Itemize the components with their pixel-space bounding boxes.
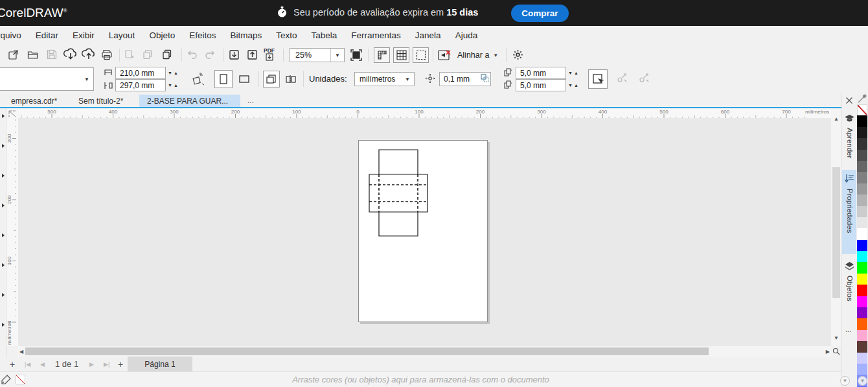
menu-ferramentas[interactable]: Ferramentas xyxy=(344,26,408,45)
menu-arquivo[interactable]: Arquivo xyxy=(0,26,29,45)
box-dieline-drawing[interactable] xyxy=(18,118,831,346)
eyedropper-icon[interactable] xyxy=(858,94,867,103)
nudge-field[interactable]: 0,1 mm xyxy=(439,72,491,86)
tool-flyout-arrow[interactable] xyxy=(2,233,5,237)
scroll-down-icon[interactable]: ▼ xyxy=(834,335,839,341)
snap-off-icon[interactable] xyxy=(438,49,452,62)
no-color-swatch[interactable] xyxy=(857,104,867,115)
docker-tab-objetos[interactable]: Objetos xyxy=(842,258,857,316)
horizontal-scrollbar-thumb[interactable] xyxy=(25,347,709,355)
color-swatch[interactable] xyxy=(857,217,867,228)
scroll-right-icon[interactable]: ▶ xyxy=(826,349,830,355)
color-swatch[interactable] xyxy=(857,206,867,217)
color-swatch[interactable] xyxy=(857,150,867,161)
width-spinner[interactable]: ▼▲ xyxy=(168,71,179,75)
chevron-down-icon[interactable]: ▼ xyxy=(401,73,414,86)
color-swatch[interactable] xyxy=(857,274,867,285)
document-tab[interactable]: Sem título-2* xyxy=(71,95,136,107)
paste-icon[interactable] xyxy=(162,49,172,60)
last-page-button[interactable]: ▶| xyxy=(104,357,109,371)
tool-flyout-arrow[interactable] xyxy=(2,204,5,207)
height-spinner[interactable]: ▼▲ xyxy=(168,83,179,88)
document-tab[interactable]: 2-BASE PARA GUAR... xyxy=(139,95,240,107)
color-swatch[interactable] xyxy=(857,172,867,183)
duplicate-x-spinner[interactable]: ▼▲ xyxy=(568,71,580,75)
page-height-field[interactable]: 297,0 mm xyxy=(115,79,166,91)
color-swatch[interactable] xyxy=(857,307,867,318)
docker-more-button[interactable]: ... xyxy=(845,325,851,333)
color-swatch[interactable] xyxy=(857,183,867,194)
redo-icon[interactable] xyxy=(205,49,216,60)
duplicate-x-field[interactable]: 5,0 mm xyxy=(516,67,566,79)
toolbox-strip[interactable] xyxy=(0,108,6,357)
menu-tabela[interactable]: Tabela xyxy=(304,26,345,45)
buy-button[interactable]: Comprar xyxy=(511,5,569,22)
chevron-down-icon[interactable]: ▼ xyxy=(330,49,344,62)
align-to-dropdown[interactable]: Alinhar a▼ xyxy=(457,49,498,62)
menu-exibir[interactable]: Exibir xyxy=(65,26,102,45)
show-guidelines-toggle[interactable] xyxy=(413,47,429,63)
color-swatch[interactable] xyxy=(857,240,867,251)
export-icon[interactable] xyxy=(247,49,258,60)
scale-stroke-icon[interactable] xyxy=(617,73,628,84)
color-swatch[interactable] xyxy=(857,161,867,172)
horizontal-scrollbar[interactable]: ◀ ▶ xyxy=(18,346,831,357)
duplicate-y-field[interactable]: 5,0 mm xyxy=(516,79,566,91)
docker-expand-icon[interactable]: ▼ xyxy=(840,376,850,386)
landscape-button[interactable] xyxy=(235,70,253,88)
color-swatch[interactable] xyxy=(857,285,867,296)
options-gear-icon[interactable] xyxy=(512,49,524,61)
color-swatch[interactable] xyxy=(857,318,867,329)
all-pages-button[interactable] xyxy=(263,71,280,88)
current-page-button[interactable] xyxy=(282,71,299,88)
new-document-icon[interactable] xyxy=(8,49,19,60)
save-icon[interactable] xyxy=(47,49,57,60)
more-tabs-button[interactable]: ... xyxy=(247,96,254,105)
chevron-down-icon[interactable]: ▼ xyxy=(80,68,93,90)
add-page-end-button[interactable]: + xyxy=(118,357,123,371)
vertical-ruler[interactable]: 3002001000milímetros xyxy=(6,118,18,346)
color-swatch[interactable] xyxy=(857,228,867,239)
cloud-upload-icon[interactable] xyxy=(82,48,96,61)
undo-icon[interactable] xyxy=(187,49,198,60)
duplicate-y-spinner[interactable]: ▼▲ xyxy=(568,83,580,88)
zoom-corner-icon[interactable] xyxy=(831,346,841,357)
units-combo[interactable]: milímetros▼ xyxy=(354,72,415,86)
copy-icon[interactable] xyxy=(143,49,153,60)
docker-tab-propriedades[interactable]: Propriedades xyxy=(842,170,857,254)
page-width-field[interactable]: 210,0 mm xyxy=(115,67,166,79)
cut-icon[interactable] xyxy=(124,49,135,60)
vertical-scrollbar-thumb[interactable] xyxy=(832,167,840,298)
tool-flyout-arrow[interactable] xyxy=(2,114,5,118)
color-swatch[interactable] xyxy=(857,341,867,352)
close-document-icon[interactable] xyxy=(845,96,854,105)
color-swatch[interactable] xyxy=(857,262,867,273)
menu-bitmaps[interactable]: Bitmaps xyxy=(223,26,269,45)
add-page-start-button[interactable]: + xyxy=(10,357,15,371)
menu-editar[interactable]: Editar xyxy=(29,26,65,45)
zoom-level-combo[interactable]: 25%▼ xyxy=(290,48,345,62)
color-swatch[interactable] xyxy=(857,330,867,341)
menu-janela[interactable]: Janela xyxy=(408,26,448,45)
menu-objeto[interactable]: Objeto xyxy=(142,26,182,45)
color-swatch[interactable] xyxy=(857,138,867,149)
horizontal-ruler[interactable]: 5004003002001000100200300400500600700mil… xyxy=(18,108,831,118)
menu-efeitos[interactable]: Efeitos xyxy=(182,26,223,45)
docker-tab-aprender[interactable]: Aprender xyxy=(842,110,857,166)
menu-layout[interactable]: Layout xyxy=(102,26,143,45)
treat-as-filled-toggle[interactable] xyxy=(588,69,608,89)
palette-scroll-icon[interactable]: ▼ xyxy=(858,376,867,386)
scroll-left-icon[interactable]: ◀ xyxy=(19,349,23,355)
tool-flyout-arrow[interactable] xyxy=(2,293,5,297)
page-tab[interactable]: Página 1 xyxy=(128,357,192,371)
color-swatch[interactable] xyxy=(857,251,867,262)
pdf-icon[interactable]: PDF xyxy=(264,48,275,61)
cloud-download-icon[interactable] xyxy=(63,48,78,61)
color-swatch[interactable] xyxy=(857,115,867,126)
ruler-origin[interactable] xyxy=(6,108,18,118)
import-icon[interactable] xyxy=(229,49,240,60)
tool-flyout-arrow[interactable] xyxy=(2,144,5,148)
portrait-button[interactable] xyxy=(214,70,233,88)
color-swatch[interactable] xyxy=(857,353,867,364)
prev-page-button[interactable]: ◀ xyxy=(40,357,45,371)
